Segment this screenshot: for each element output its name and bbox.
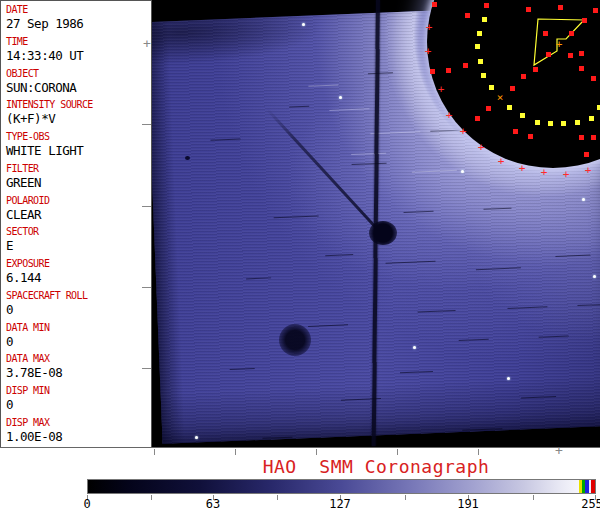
metadata-value: WHITE LIGHT xyxy=(6,143,150,158)
scanline-artifact xyxy=(289,106,309,108)
scanline-artifact xyxy=(430,130,460,132)
scanline-artifact xyxy=(577,304,600,306)
red-square-marker xyxy=(526,7,531,12)
red-square-marker xyxy=(558,5,563,10)
metadata-value: 0 xyxy=(6,334,150,349)
bright-scanline-artifact xyxy=(308,85,338,87)
red-square-marker xyxy=(510,86,515,91)
metadata-entry: FILTERGREEN xyxy=(6,163,150,190)
scanline-artifact xyxy=(507,306,547,309)
bottom-axis-tick xyxy=(235,449,236,455)
red-square-marker xyxy=(579,135,584,140)
left-axis-tick xyxy=(142,368,151,369)
red-square-marker xyxy=(521,74,526,79)
red-square-marker xyxy=(591,76,596,81)
metadata-entry: DATA MIN0 xyxy=(6,322,150,349)
plot-frame-line xyxy=(0,447,600,448)
colorbar-minor-tick xyxy=(405,495,406,500)
red-square-marker xyxy=(528,134,533,139)
red-square-marker xyxy=(579,66,584,71)
scanline-artifact xyxy=(368,72,393,74)
scanline-artifact xyxy=(521,396,556,398)
red-square-marker xyxy=(568,53,573,58)
yellow-square-marker xyxy=(477,31,482,36)
star-speck xyxy=(302,23,305,26)
yellow-square-marker xyxy=(589,116,594,121)
metadata-label: DATA MIN xyxy=(6,322,150,334)
metadata-value: 0 xyxy=(6,302,150,317)
metadata-label: INTENSITY SOURCE xyxy=(6,99,150,111)
scanline-artifact xyxy=(262,437,292,439)
left-axis-tick xyxy=(142,206,151,207)
scanline-artifact xyxy=(539,335,569,337)
metadata-entry: EXPOSURE6.144 xyxy=(6,258,150,285)
red-plus-marker: + xyxy=(426,22,433,33)
metadata-label: TYPE-OBS xyxy=(6,131,150,143)
red-square-marker xyxy=(546,52,551,57)
coronagraph-image-area: +++++++++++×+ xyxy=(152,0,600,447)
orange-x-marker: × xyxy=(497,92,504,103)
metadata-label: EXPOSURE xyxy=(6,258,150,270)
yellow-square-marker xyxy=(482,17,487,22)
star-speck xyxy=(461,170,464,173)
yellow-square-marker xyxy=(489,85,494,90)
left-axis-tick xyxy=(142,124,151,125)
coronagraph-viewer-window: DATE27 Sep 1986TIME14:33:40 UTOBJECTSUN:… xyxy=(0,0,600,512)
occulter-ball-shadow xyxy=(369,221,397,245)
red-square-marker xyxy=(593,8,598,13)
red-square-marker xyxy=(463,63,468,68)
red-plus-marker: + xyxy=(585,165,592,176)
red-square-marker xyxy=(533,67,538,72)
metadata-value: E xyxy=(6,238,150,253)
yellow-square-marker xyxy=(507,105,512,110)
dust-speck xyxy=(185,156,190,160)
metadata-value: SUN:CORONA xyxy=(6,80,150,95)
metadata-entry: DATE27 Sep 1986 xyxy=(6,4,150,31)
colorbar-tick-label: 63 xyxy=(206,497,220,511)
dark-blemish-spot xyxy=(279,324,311,356)
yellow-square-marker xyxy=(535,120,540,125)
red-plus-marker: + xyxy=(460,126,467,137)
scanline-artifact xyxy=(404,211,434,213)
metadata-value: CLEAR xyxy=(6,207,150,222)
bright-scanline-artifact xyxy=(412,170,457,173)
colorbar-tick-label: 191 xyxy=(457,497,479,511)
red-plus-marker: + xyxy=(425,46,432,57)
yellow-square-marker xyxy=(561,121,566,126)
metadata-value: 6.144 xyxy=(6,270,150,285)
scanline-artifact xyxy=(386,261,436,264)
scanline-artifact xyxy=(230,368,255,370)
metadata-value: 3.78E-08 xyxy=(6,365,150,380)
bottom-axis-plus-tick: + xyxy=(555,444,563,457)
red-square-marker xyxy=(432,2,437,7)
bright-scanline-artifact xyxy=(351,153,386,155)
star-speck xyxy=(339,96,342,99)
red-square-marker xyxy=(465,13,470,18)
orange-plus-marker: + xyxy=(556,39,563,50)
metadata-entry: DATA MAX3.78E-08 xyxy=(6,353,150,380)
metadata-entry: SECTORE xyxy=(6,226,150,253)
star-speck xyxy=(507,377,510,380)
metadata-label: DISP MAX xyxy=(6,417,150,429)
scanline-artifact xyxy=(483,208,511,210)
left-axis-tick xyxy=(142,287,151,288)
metadata-entry: OBJECTSUN:CORONA xyxy=(6,68,150,95)
red-square-marker xyxy=(582,18,587,23)
metadata-value: 27 Sep 1986 xyxy=(6,16,150,31)
star-speck xyxy=(593,275,596,278)
bottom-axis-tick xyxy=(316,449,317,455)
scanline-artifact xyxy=(459,339,489,341)
scanline-artifact xyxy=(462,428,502,431)
scanline-artifact xyxy=(555,255,590,257)
yellow-square-marker xyxy=(478,59,483,64)
red-square-marker xyxy=(446,68,451,73)
colorbar-tick-label: 0 xyxy=(83,497,90,511)
red-plus-marker: + xyxy=(563,169,570,180)
scanline-artifact xyxy=(352,163,387,165)
red-square-marker xyxy=(513,129,518,134)
red-square-marker xyxy=(584,152,589,157)
colorbar-tick-label: 127 xyxy=(329,497,351,511)
metadata-value: 1.00E-08 xyxy=(6,429,150,444)
red-square-marker xyxy=(486,106,491,111)
page-title: HAO SMM Coronagraph xyxy=(152,456,600,477)
